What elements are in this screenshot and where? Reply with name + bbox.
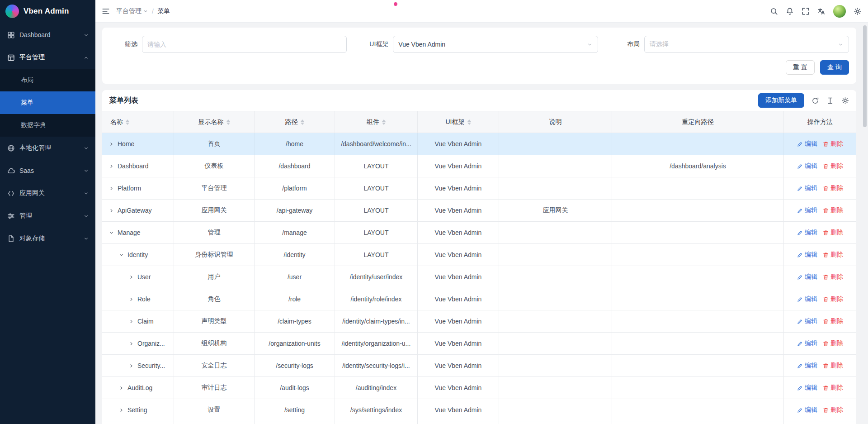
sort-carets-icon[interactable] [226,119,230,125]
cell-name: Role [102,288,174,310]
cell-actions: 编辑删除 [784,399,856,421]
menu-fold-icon[interactable] [102,7,110,15]
column-header[interactable]: 组件 [335,111,418,133]
chevron-down-icon[interactable] [108,230,114,236]
chevron-right-icon[interactable] [108,186,114,191]
delete-button[interactable]: 删除 [823,273,843,281]
row-name: Platform [118,185,141,192]
edit-button[interactable]: 编辑 [797,339,817,348]
filter-select-layout[interactable]: 请选择 [644,36,849,53]
cell-name: Manage [102,222,174,243]
sidebar-item-dashboard[interactable]: Dashboard [0,24,95,46]
edit-label: 编辑 [805,184,817,192]
cell-path: /home [255,133,335,155]
cell-framework: Vue Vben Admin [418,155,499,177]
chevron-right-icon[interactable] [118,385,124,391]
edit-button[interactable]: 编辑 [797,273,817,281]
pencil-icon [797,163,803,169]
table-settings-icon[interactable] [841,97,849,105]
cell-actions: 编辑删除 [784,355,856,376]
delete-button[interactable]: 删除 [823,406,843,414]
query-button[interactable]: 查 询 [820,60,849,75]
edit-button[interactable]: 编辑 [797,295,817,303]
sort-carets-icon[interactable] [382,119,386,125]
preferences-gear-icon[interactable] [854,7,862,15]
search-icon[interactable] [770,7,778,15]
edit-button[interactable]: 编辑 [797,317,817,325]
chevron-right-icon[interactable] [128,296,134,302]
sidebar-item-label: 管理 [19,212,83,220]
chevron-right-icon[interactable] [128,319,134,324]
trash-icon [823,163,829,169]
edit-button[interactable]: 编辑 [797,362,817,370]
sidebar-subitem-menu[interactable]: 菜单 [0,91,95,114]
column-label: 显示名称 [198,118,224,126]
trash-icon [823,341,829,347]
delete-button[interactable]: 删除 [823,384,843,392]
cell-path: /identity [255,244,335,266]
delete-button[interactable]: 删除 [823,140,843,148]
cell-framework: Vue Vben Admin [418,177,499,199]
edit-label: 编辑 [805,339,817,348]
fullscreen-icon[interactable] [802,7,810,15]
cell-framework: Vue Vben Admin [418,288,499,310]
sort-carets-icon[interactable] [301,119,304,125]
delete-button[interactable]: 删除 [823,317,843,325]
chevron-down-icon[interactable] [118,252,124,258]
column-header[interactable]: 名称 [102,111,174,133]
translate-icon[interactable] [817,7,826,15]
edit-button[interactable]: 编辑 [797,184,817,192]
edit-label: 编辑 [805,251,817,259]
sidebar-item-storage[interactable]: 对象存储 [0,227,95,250]
delete-button[interactable]: 删除 [823,229,843,237]
sidebar-item-localization[interactable]: 本地化管理 [0,137,95,159]
sidebar-subitem-dictionary[interactable]: 数据字典 [0,114,95,137]
edit-button[interactable]: 编辑 [797,206,817,214]
add-menu-button[interactable]: 添加新菜单 [758,93,804,108]
column-header: 说明 [499,111,612,133]
chevron-right-icon[interactable] [118,407,124,413]
edit-button[interactable]: 编辑 [797,251,817,259]
table-row: Organiz...组织机构/organization-units/identi… [102,333,856,355]
vertical-scrollbar[interactable] [863,24,867,422]
chevron-right-icon[interactable] [108,141,114,147]
edit-button[interactable]: 编辑 [797,229,817,237]
chevron-right-icon[interactable] [128,341,134,347]
edit-button[interactable]: 编辑 [797,162,817,170]
chevron-right-icon[interactable] [108,208,114,214]
sidebar-item-manage[interactable]: 管理 [0,205,95,227]
sort-carets-icon[interactable] [467,119,471,125]
delete-button[interactable]: 删除 [823,206,843,214]
delete-button[interactable]: 删除 [823,184,843,192]
scrollbar-thumb[interactable] [863,25,867,127]
column-header[interactable]: 路径 [255,111,335,133]
column-header[interactable]: UI框架 [418,111,499,133]
breadcrumb-item-parent[interactable]: 平台管理 [116,7,148,15]
chevron-right-icon[interactable] [108,163,114,169]
filter-input[interactable] [142,36,347,53]
sort-carets-icon[interactable] [126,119,129,125]
column-label: 操作方法 [807,118,833,126]
chevron-right-icon[interactable] [128,274,134,280]
sidebar-item-saas[interactable]: Saas [0,159,95,182]
edit-button[interactable]: 编辑 [797,406,817,414]
edit-button[interactable]: 编辑 [797,384,817,392]
delete-button[interactable]: 删除 [823,295,843,303]
delete-button[interactable]: 删除 [823,251,843,259]
reset-button[interactable]: 重 置 [786,60,815,75]
delete-button[interactable]: 删除 [823,339,843,348]
sidebar-item-platform[interactable]: 平台管理 [0,46,95,69]
edit-button[interactable]: 编辑 [797,140,817,148]
chevron-right-icon[interactable] [128,363,134,369]
bell-icon[interactable] [786,7,794,15]
app-logo[interactable]: Vben Admin [0,0,95,23]
sidebar-item-gateway[interactable]: 应用网关 [0,182,95,205]
user-avatar[interactable] [833,5,846,18]
row-height-icon[interactable] [826,97,834,105]
column-header[interactable]: 显示名称 [174,111,255,133]
refresh-icon[interactable] [811,97,819,105]
delete-button[interactable]: 删除 [823,362,843,370]
filter-select-ui-framework[interactable]: Vue Vben Admin [393,36,598,53]
delete-button[interactable]: 删除 [823,162,843,170]
sidebar-subitem-layout[interactable]: 布局 [0,69,95,91]
